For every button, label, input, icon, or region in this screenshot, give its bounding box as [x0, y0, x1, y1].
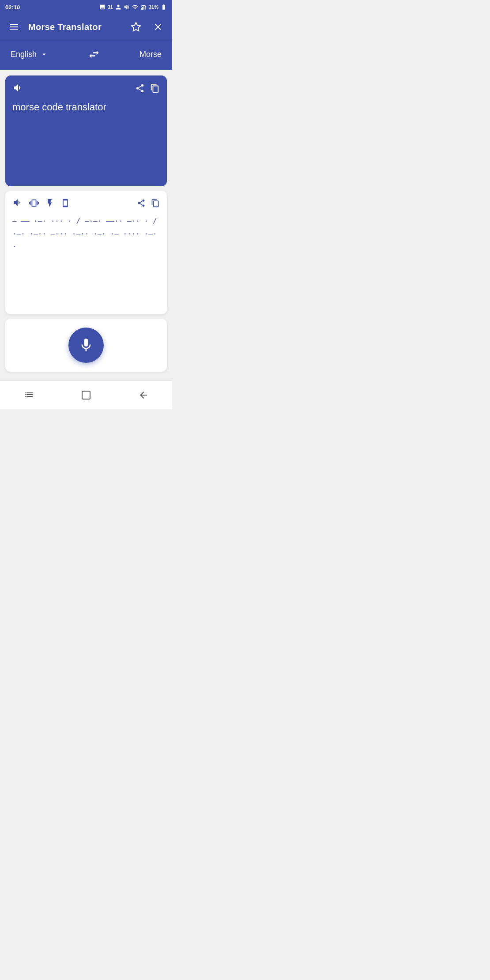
output-toolbar: [12, 197, 160, 208]
swap-language-button[interactable]: [84, 46, 104, 62]
source-language-label: English: [11, 50, 37, 59]
language-bar: English Morse: [0, 40, 172, 70]
wifi-status-icon: [132, 4, 138, 10]
notification-badge: 31: [108, 4, 113, 10]
app-header: Morse Translator: [0, 14, 172, 40]
output-flash-button[interactable]: [45, 197, 55, 208]
svg-rect-4: [82, 391, 90, 399]
morse-output-text: — —— ·—· ··· · / —·—· ——·‍· —·· · / ·—· …: [12, 215, 160, 253]
close-button[interactable]: [151, 20, 165, 34]
source-language-selector[interactable]: English: [11, 50, 48, 59]
menu-button[interactable]: [7, 20, 21, 34]
gallery-status-icon: [99, 4, 106, 10]
output-speaker-button[interactable]: [12, 197, 23, 208]
svg-rect-1: [142, 7, 143, 10]
recent-apps-button[interactable]: [15, 386, 43, 402]
output-share-button[interactable]: [137, 197, 146, 207]
mic-icon: [78, 337, 94, 353]
header-left: Morse Translator: [7, 20, 102, 34]
target-language-label: Morse: [139, 50, 162, 59]
main-content: morse code translator: [0, 70, 172, 377]
app-title: Morse Translator: [28, 22, 102, 32]
signal-status-icon: [140, 4, 147, 10]
output-toolbar-left: [12, 197, 70, 208]
output-toolbar-right: [137, 197, 160, 207]
input-toolbar-right: [135, 82, 160, 94]
mic-card: [5, 319, 167, 372]
input-share-button[interactable]: [135, 82, 145, 94]
status-icons: 31 31%: [99, 4, 167, 10]
svg-rect-3: [145, 6, 146, 10]
microphone-button[interactable]: [68, 328, 104, 363]
output-vibrate-button[interactable]: [29, 197, 39, 208]
home-button[interactable]: [72, 386, 100, 402]
battery-percent: 31%: [149, 4, 158, 10]
nav-bar: [0, 381, 172, 409]
output-screen-button[interactable]: [61, 197, 70, 207]
back-button[interactable]: [129, 386, 158, 402]
input-card: morse code translator: [5, 75, 167, 186]
mute-status-icon: [124, 4, 130, 10]
svg-rect-2: [143, 6, 144, 10]
input-toolbar: [12, 82, 160, 94]
status-bar: 02:10 31 31%: [0, 0, 172, 14]
input-copy-button[interactable]: [150, 82, 160, 94]
output-copy-button[interactable]: [151, 197, 160, 207]
svg-rect-0: [141, 8, 142, 10]
header-actions: [129, 20, 165, 34]
person-status-icon: [115, 4, 121, 10]
status-time: 02:10: [5, 4, 20, 11]
input-toolbar-left: [12, 82, 24, 94]
input-speaker-button[interactable]: [12, 82, 24, 94]
battery-status-icon: [161, 4, 167, 10]
input-text[interactable]: morse code translator: [12, 101, 160, 180]
chevron-down-icon: [40, 50, 48, 58]
star-button[interactable]: [129, 20, 143, 34]
output-card: — —— ·—· ··· · / —·—· ——·‍· —·· · / ·—· …: [5, 191, 167, 314]
